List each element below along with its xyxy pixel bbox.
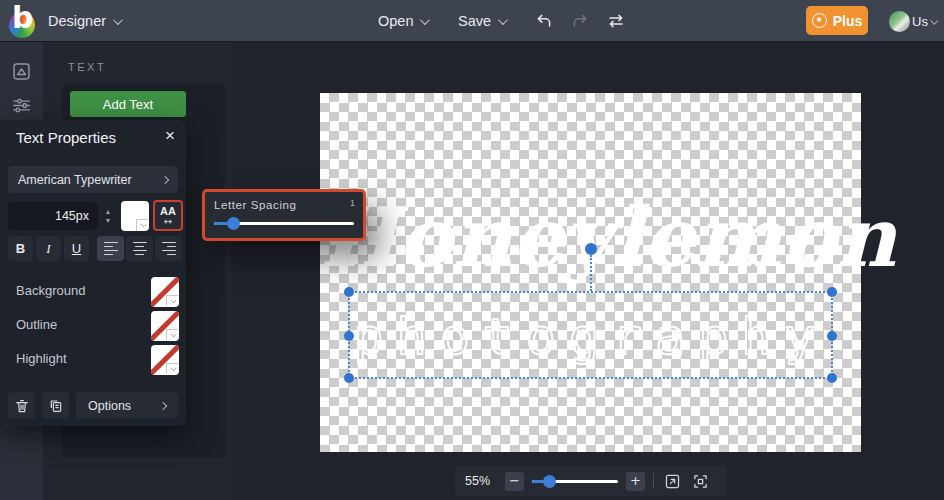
chevron-down-icon bbox=[930, 16, 938, 24]
highlight-label: Highlight bbox=[16, 351, 67, 366]
align-left-button[interactable] bbox=[97, 236, 124, 261]
plus-button-label: Plus bbox=[833, 13, 863, 29]
zoom-slider-thumb[interactable] bbox=[543, 475, 556, 488]
save-menu-label: Save bbox=[458, 13, 491, 29]
repeat-button[interactable] bbox=[606, 11, 626, 31]
highlight-color-swatch[interactable] bbox=[151, 345, 179, 375]
highlight-dropdown-corner[interactable] bbox=[166, 363, 178, 374]
duplicate-button[interactable] bbox=[42, 392, 69, 419]
trash-icon bbox=[14, 398, 30, 414]
step-up-icon[interactable]: ▴ bbox=[106, 207, 110, 216]
resize-handle-bottom-left[interactable] bbox=[344, 373, 354, 383]
chevron-right-icon bbox=[159, 401, 167, 409]
align-center-icon bbox=[133, 242, 147, 256]
delete-button[interactable] bbox=[8, 392, 35, 419]
letter-spacing-button[interactable]: AA ↔ bbox=[153, 200, 183, 231]
app-logo[interactable]: b bbox=[8, 3, 38, 39]
outline-color-swatch[interactable] bbox=[151, 311, 179, 341]
font-family-value: American Typewriter bbox=[18, 173, 132, 187]
designer-app: Honeylemon photography bbox=[0, 0, 944, 500]
chevron-down-icon bbox=[171, 365, 176, 370]
user-menu[interactable]: Us bbox=[889, 0, 937, 42]
fit-screen-icon bbox=[692, 473, 709, 490]
open-menu[interactable]: Open bbox=[378, 0, 427, 42]
chevron-down-icon bbox=[171, 297, 176, 302]
resize-handle-top-left[interactable] bbox=[344, 287, 354, 297]
add-text-button[interactable]: Add Text bbox=[70, 91, 186, 117]
font-family-select[interactable]: American Typewriter bbox=[8, 166, 178, 193]
options-button[interactable]: Options bbox=[76, 392, 178, 419]
repeat-icon bbox=[607, 12, 625, 30]
align-center-button[interactable] bbox=[126, 236, 153, 261]
topbar: b Designer Open Save bbox=[0, 0, 944, 42]
rotate-stem bbox=[590, 255, 592, 291]
bold-button[interactable]: B bbox=[8, 236, 33, 261]
open-menu-label: Open bbox=[378, 13, 413, 29]
text-section-title: TEXT bbox=[68, 61, 106, 73]
fit-screen-button[interactable] bbox=[690, 471, 710, 491]
zoom-toolbar: 55% − + bbox=[455, 466, 727, 496]
align-left-icon bbox=[104, 242, 118, 256]
designer-menu-label: Designer bbox=[48, 13, 106, 29]
chevron-down-icon bbox=[498, 15, 508, 25]
slider-thumb[interactable] bbox=[227, 217, 240, 230]
background-color-swatch[interactable] bbox=[151, 277, 179, 307]
text-color-swatch[interactable] bbox=[121, 201, 149, 231]
resize-handle-mid-right[interactable] bbox=[827, 331, 837, 341]
zoom-in-button[interactable]: + bbox=[626, 472, 645, 491]
font-size-stepper[interactable]: ▴ ▾ bbox=[101, 202, 115, 230]
underline-button[interactable]: U bbox=[64, 236, 89, 261]
save-menu[interactable]: Save bbox=[458, 0, 505, 42]
chevron-down-icon bbox=[113, 15, 123, 25]
zoom-slider[interactable] bbox=[532, 475, 618, 488]
panel-title: Text Properties bbox=[16, 129, 116, 146]
adjustments-tool-icon[interactable] bbox=[0, 88, 43, 122]
history-toolbar bbox=[534, 0, 626, 42]
plus-upgrade-button[interactable]: ★ Plus bbox=[806, 6, 868, 35]
align-right-button[interactable] bbox=[155, 236, 182, 261]
zoom-level: 55% bbox=[465, 474, 497, 488]
logo-letter: b bbox=[12, 0, 33, 36]
text-properties-panel: Text Properties × American Typewriter 14… bbox=[0, 120, 186, 426]
star-icon: ★ bbox=[812, 13, 827, 28]
letter-spacing-popup: Letter Spacing 1 bbox=[202, 189, 366, 241]
duplicate-icon bbox=[48, 398, 64, 414]
step-down-icon[interactable]: ▾ bbox=[106, 216, 110, 225]
user-name: Us bbox=[912, 14, 928, 29]
outline-label: Outline bbox=[16, 317, 57, 332]
undo-icon bbox=[535, 12, 553, 30]
redo-button[interactable] bbox=[570, 11, 590, 31]
italic-button[interactable]: I bbox=[36, 236, 61, 261]
selection-box[interactable] bbox=[348, 291, 833, 379]
letter-spacing-button-label: AA bbox=[160, 206, 176, 217]
images-tool-icon[interactable] bbox=[0, 54, 43, 88]
export-icon bbox=[664, 473, 681, 490]
redo-icon bbox=[571, 12, 589, 30]
background-label: Background bbox=[16, 283, 85, 298]
color-dropdown-corner[interactable] bbox=[136, 219, 148, 230]
designer-menu[interactable]: Designer bbox=[48, 0, 120, 42]
export-button[interactable] bbox=[662, 471, 682, 491]
horizontal-arrow-icon: ↔ bbox=[164, 217, 172, 226]
undo-button[interactable] bbox=[534, 11, 554, 31]
chevron-down-icon bbox=[171, 331, 176, 336]
letter-spacing-label: Letter Spacing bbox=[214, 199, 297, 211]
outline-dropdown-corner[interactable] bbox=[166, 329, 178, 340]
resize-handle-top-right[interactable] bbox=[827, 287, 837, 297]
letter-spacing-slider[interactable] bbox=[214, 222, 354, 225]
canvas-artboard[interactable]: Honeylemon photography bbox=[320, 93, 861, 452]
chevron-right-icon bbox=[161, 175, 169, 183]
resize-handle-mid-left[interactable] bbox=[344, 331, 354, 341]
options-button-label: Options bbox=[88, 399, 131, 413]
user-avatar bbox=[889, 11, 910, 32]
zoom-out-button[interactable]: − bbox=[505, 472, 524, 491]
resize-handle-bottom-right[interactable] bbox=[827, 373, 837, 383]
close-icon[interactable]: × bbox=[160, 126, 180, 146]
chevron-down-icon bbox=[420, 15, 430, 25]
chevron-down-icon bbox=[141, 221, 146, 226]
rotate-handle[interactable] bbox=[585, 243, 597, 255]
align-right-icon bbox=[162, 242, 176, 256]
letter-spacing-value: 1 bbox=[350, 198, 355, 208]
font-size-input[interactable]: 145px bbox=[8, 202, 98, 230]
background-dropdown-corner[interactable] bbox=[166, 295, 178, 306]
